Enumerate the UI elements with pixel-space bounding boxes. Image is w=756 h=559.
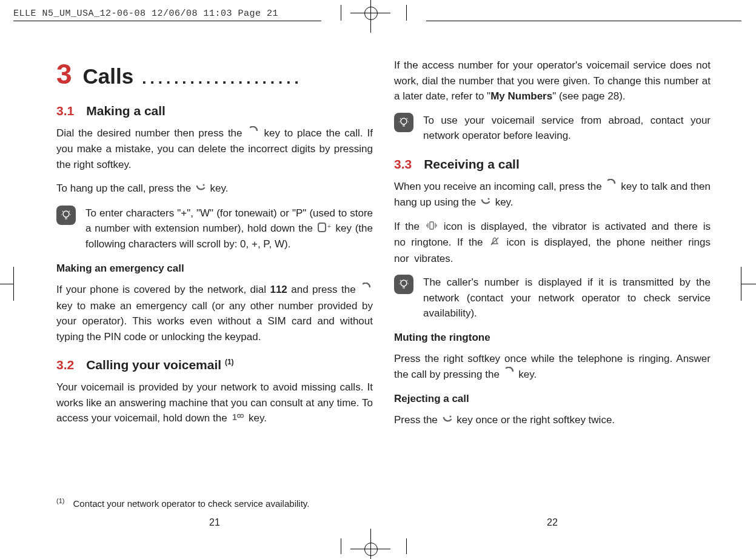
section-heading: 3.1Making a call — [56, 104, 373, 118]
section-title: Calling your voicemail — [86, 358, 225, 372]
chapter-title: Calls — [83, 64, 134, 89]
section-heading: 3.3Receiving a call — [394, 157, 711, 172]
crop-mark — [406, 538, 407, 554]
subsection-heading: Making an emergency call — [56, 261, 373, 276]
tip-box: The caller's number is displayed if it i… — [394, 275, 711, 321]
body-text: If the icon is displayed, the vibrator i… — [394, 219, 711, 266]
svg-point-11 — [401, 280, 407, 286]
sheet: ELLE N5_UM_USA_12-06-08 12/06/08 11:03 P… — [0, 0, 756, 559]
body-text: Press the key once or the right softkey … — [394, 412, 711, 428]
body-text: If the access number for your operator's… — [394, 58, 711, 104]
body-text: Dial the desired number then press the k… — [56, 126, 373, 172]
print-header: ELLE N5_UM_USA_12-06-08 12/06/08 11:03 P… — [13, 8, 278, 19]
registration-mark-icon — [363, 541, 378, 557]
svg-text:+: + — [327, 223, 331, 230]
section-title: Receiving a call — [424, 157, 520, 171]
page-left: 3 Calls .................... 3.1Making a… — [56, 39, 373, 537]
svg-point-1 — [63, 211, 69, 217]
end-key-icon — [195, 181, 206, 197]
svg-point-0 — [202, 184, 204, 186]
section-number: 3.2 — [56, 358, 74, 372]
svg-point-6 — [241, 414, 244, 417]
svg-point-12 — [449, 416, 451, 418]
page-right: If the access number for your operator's… — [394, 39, 711, 537]
crop-mark — [0, 284, 13, 284]
call-key-icon — [606, 179, 617, 195]
footnote: (1)Contact your network operator to chec… — [56, 497, 309, 509]
svg-point-7 — [401, 118, 407, 124]
call-key-icon — [248, 126, 259, 142]
leader-dots: .................... — [142, 69, 373, 88]
tip-text: To enter characters "+", "W" (for tonewa… — [85, 206, 373, 252]
section-heading: 3.2Calling your voicemail (1) — [56, 358, 373, 372]
crop-mark — [341, 5, 341, 21]
end-key-icon — [480, 195, 491, 211]
one-key-icon: 1 — [231, 411, 244, 427]
call-key-icon — [361, 283, 372, 298]
svg-text:1: 1 — [232, 412, 237, 422]
subsection-heading: Muting the ringtone — [394, 330, 711, 346]
body-text: Press the right softkey once while the t… — [394, 351, 711, 383]
my-numbers-ref: My Numbers — [490, 90, 552, 102]
lightbulb-icon — [394, 113, 413, 132]
call-key-icon — [504, 367, 515, 383]
zero-key-icon: + — [318, 221, 331, 237]
body-text: Your voicemail is provided by your netwo… — [56, 380, 373, 426]
svg-point-8 — [487, 198, 489, 199]
svg-rect-9 — [430, 222, 433, 229]
lightbulb-icon — [56, 206, 76, 225]
registration-mark-icon — [363, 5, 378, 21]
body-text: To hang up the call, press the key. — [56, 181, 373, 196]
section-number: 3.1 — [56, 104, 74, 118]
crop-mark — [341, 538, 341, 554]
svg-rect-2 — [318, 223, 326, 232]
silent-icon — [490, 235, 500, 251]
page-number: 21 — [56, 517, 373, 528]
footnote-ref: (1) — [225, 358, 234, 366]
section-number: 3.3 — [394, 157, 412, 171]
chapter-heading: 3 Calls .................... — [56, 58, 373, 90]
crop-mark — [406, 5, 407, 21]
lightbulb-icon — [394, 275, 413, 294]
crop-mark — [13, 21, 321, 21]
body-text: If your phone is covered by the network,… — [56, 282, 373, 344]
crop-mark — [741, 284, 756, 284]
tip-text: To use your voicemail service from abroa… — [423, 113, 711, 144]
subsection-heading: Rejecting a call — [394, 391, 711, 407]
chapter-number: 3 — [56, 58, 72, 90]
tip-box: To enter characters "+", "W" (for tonewa… — [56, 206, 373, 252]
tip-text: The caller's number is displayed if it i… — [423, 275, 711, 321]
emergency-number: 112 — [270, 284, 287, 295]
tip-box: To use your voicemail service from abroa… — [394, 113, 711, 144]
page-number: 22 — [394, 517, 711, 528]
end-key-icon — [442, 413, 453, 429]
body-text: When you receive an incoming call, press… — [394, 179, 711, 211]
crop-mark — [13, 267, 14, 301]
crop-mark — [426, 21, 741, 21]
vibrate-icon — [426, 219, 437, 235]
section-title: Making a call — [86, 104, 166, 118]
svg-point-5 — [238, 414, 241, 417]
